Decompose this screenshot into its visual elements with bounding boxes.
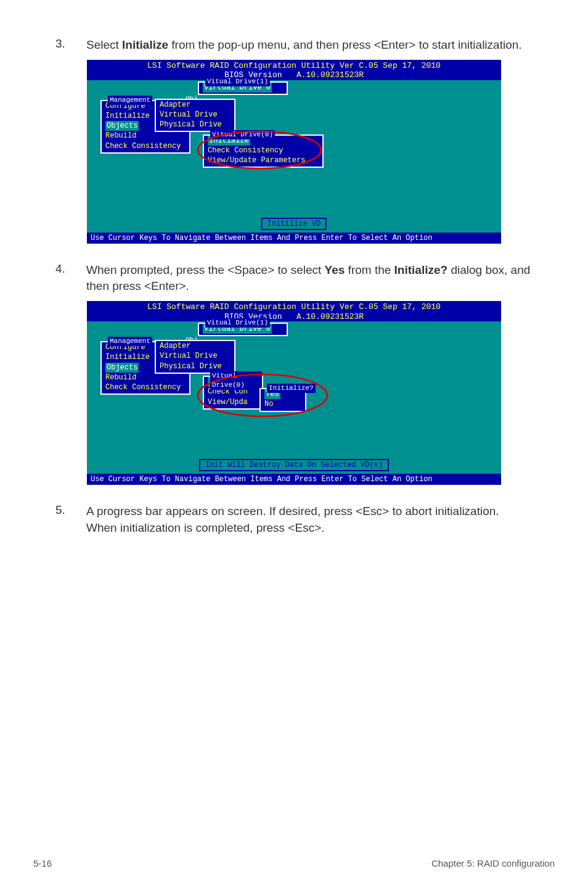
t: When prompted, press the <Space> to sele… — [86, 263, 325, 276]
title-line1: LSI Software RAID Configuration Utility … — [87, 61, 501, 71]
bios-screenshot-2: LSI Software RAID Configuration Utility … — [87, 301, 501, 485]
bios-footer: Use Cursor Keys To Navigate Between Item… — [87, 474, 501, 485]
mi: Check Consistency — [105, 382, 186, 392]
t: Select — [86, 38, 122, 51]
v: A.10.09231523R — [296, 312, 364, 321]
virtual-drive-0-box: Vitual Drive(0) Initialze Check Con View… — [203, 376, 263, 410]
virtual-drive-1-box: Vitual Drive(1) Virtual Drive 0 — [198, 81, 288, 95]
legend: Vitual Drive(1) — [205, 77, 270, 86]
step-num: 5. — [55, 503, 86, 536]
virtual-drive-1-box: Vitual Drive(1) Virtual Drive 0 — [198, 323, 288, 336]
oi: Physical Drive — [160, 361, 231, 371]
step-text: When prompted, press the <Space> to sele… — [86, 262, 533, 295]
oi: Adapter — [160, 341, 231, 351]
objects-box: Adapter Virtual Drive Physical Drive — [155, 340, 235, 374]
b: Initialize — [122, 38, 168, 51]
oi: Virtual Drive — [160, 110, 231, 120]
mi: Rebuild — [105, 131, 186, 141]
step-num: 3. — [55, 37, 86, 54]
oi: Adapter — [160, 100, 231, 110]
t: from the pop-up menu, and then press <En… — [168, 38, 522, 51]
initialize-vd-button: Initilize VD — [261, 218, 327, 230]
oi: Physical Drive — [160, 120, 231, 130]
step-5: 5. A progress bar appears on screen. If … — [55, 503, 533, 536]
bios-footer: Use Cursor Keys To Navigate Between Item… — [87, 233, 501, 244]
page-footer: 5-16 Chapter 5: RAID configuration — [33, 858, 555, 868]
legend: Vitual Drive(0) — [210, 130, 275, 139]
chapter-label: Chapter 5: RAID configuration — [431, 858, 555, 868]
objects-box: Adapter Virtual Drive Physical Drive — [155, 99, 235, 133]
t: from the — [345, 263, 394, 276]
initialize-dialog: Initialize? Yes No — [259, 388, 306, 411]
step-text: A progress bar appears on screen. If des… — [86, 503, 533, 536]
v: A.10.09231523R — [296, 70, 364, 80]
legend: Management — [108, 337, 152, 346]
step-num: 4. — [55, 262, 86, 295]
virtual-drive-0-box: Vitual Drive(0) Initialze Check Consiste… — [203, 134, 324, 168]
legend: Initialize? — [267, 384, 316, 393]
legend: Vitual Drive(0) — [210, 371, 262, 390]
legend: Vitual Drive(1) — [205, 318, 270, 328]
page-number: 5-16 — [33, 858, 52, 868]
mi: Rebuild — [105, 373, 186, 382]
b: Yes — [325, 263, 345, 276]
no-option: No — [264, 399, 301, 409]
title-line2: BIOS Version A.10.09231523R — [87, 312, 501, 322]
title-line2: BIOS Version A.10.09231523R — [87, 70, 501, 80]
mi: Objects — [105, 121, 139, 131]
bios-body: Vitual Drive(1) Virtual Drive 0 Obj Mana… — [87, 321, 501, 474]
step-text: Select Initialize from the pop-up menu, … — [86, 37, 522, 54]
vi: View/Upda — [208, 397, 258, 407]
bios-body: Vitual Drive(1) Virtual Drive 0 Obj Mana… — [87, 80, 501, 233]
vi: Check Consistency — [208, 146, 319, 155]
title-line1: LSI Software RAID Configuration Utility … — [87, 302, 501, 312]
init-destroy-button: Init Will Destroy Data On Selected VD(s) — [199, 459, 389, 471]
bios-title: LSI Software RAID Configuration Utility … — [87, 60, 501, 80]
b: Initialize? — [394, 263, 448, 276]
mi: Check Consistency — [105, 141, 186, 151]
step-4: 4. When prompted, press the <Space> to s… — [55, 262, 533, 295]
bios-title: LSI Software RAID Configuration Utility … — [87, 301, 501, 321]
mi: Objects — [105, 363, 139, 373]
legend: Management — [108, 96, 152, 105]
step-3: 3. Select Initialize from the pop-up men… — [55, 37, 533, 54]
bios-screenshot-1: LSI Software RAID Configuration Utility … — [87, 60, 501, 244]
oi: Virtual Drive — [160, 351, 231, 361]
vi: View/Update Parameters — [208, 155, 319, 165]
